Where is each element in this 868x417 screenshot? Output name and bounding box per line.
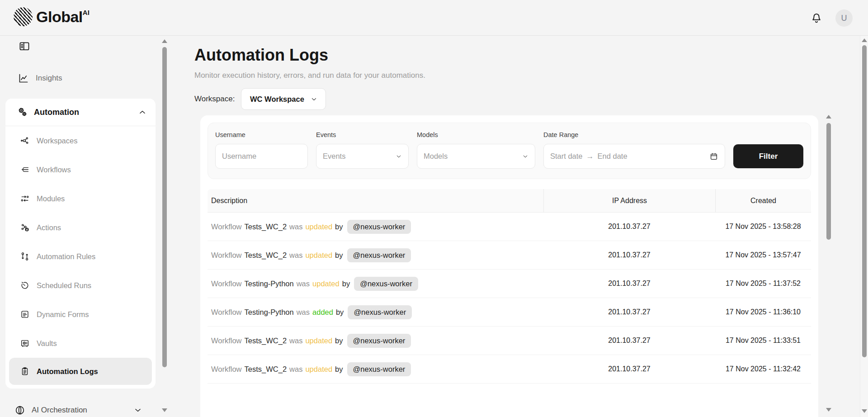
table-row: Workflow Testing-Python was added by @ne…: [208, 298, 811, 327]
sidebar-item-automation-rules[interactable]: Automation Rules: [5, 242, 156, 271]
sidebar-item-label: Scheduled Runs: [37, 281, 91, 290]
workflow-name: Tests_WC_2: [245, 336, 287, 345]
sidebar-item-automation-logs[interactable]: Automation Logs: [9, 358, 152, 385]
orchestration-icon: [14, 405, 25, 416]
main-content: Automation Logs Monitor execution histor…: [169, 36, 824, 417]
sidebar-item-label: Vaults: [37, 339, 57, 348]
content-scrollbar-thumb[interactable]: [826, 123, 831, 240]
column-header-created: Created: [715, 189, 811, 212]
chevron-up-icon[interactable]: [137, 107, 147, 117]
sidebar-item-vaults[interactable]: Vaults: [5, 329, 156, 358]
models-label: Models: [417, 131, 535, 138]
table-body: Workflow Tests_WC_2 was updated by @nexu…: [208, 213, 811, 384]
start-date-placeholder[interactable]: Start date: [550, 152, 583, 161]
window-scrollbar-thumb[interactable]: [862, 45, 867, 357]
description-prefix: Workflow: [211, 223, 242, 231]
sidebar-item-modules[interactable]: Modules: [5, 184, 156, 213]
content-scrollbar[interactable]: [825, 113, 833, 417]
description-verb: was: [289, 223, 302, 231]
sidebar-item-automation[interactable]: Automation: [5, 99, 156, 126]
sidebar-item-label: Modules: [37, 194, 65, 203]
scroll-up-arrow[interactable]: [826, 115, 831, 118]
events-select[interactable]: Events: [316, 144, 409, 169]
logs-card: Username Events Events Models Models: [200, 115, 818, 417]
events-filter: Events Events: [316, 131, 409, 169]
page-subtitle: Monitor execution history, errors, and r…: [194, 71, 425, 80]
actor-badge[interactable]: @nexus-worker: [347, 220, 411, 234]
sidebar-scrollbar[interactable]: [160, 36, 168, 417]
logs-table: Description IP Address Created Workflow …: [208, 189, 811, 384]
scroll-up-arrow[interactable]: [862, 38, 867, 42]
sidebar-item-label: Insights: [36, 74, 62, 83]
action-word: added: [312, 308, 333, 317]
description-prefix: Workflow: [211, 280, 242, 288]
log-description: Workflow Tests_WC_2 was updated by @nexu…: [208, 362, 543, 376]
sidebar-item-ai-orchestration[interactable]: AI Orchestration: [0, 398, 154, 417]
sidebar-item-insights[interactable]: Insights: [0, 66, 161, 91]
sidebar-item-dynamic-forms[interactable]: Dynamic Forms: [5, 300, 156, 329]
action-word: updated: [305, 223, 332, 231]
username-input[interactable]: [222, 152, 301, 161]
ip-address-cell: 201.10.37.27: [543, 336, 715, 345]
description-by: by: [336, 308, 344, 317]
actor-badge[interactable]: @nexus-worker: [348, 305, 412, 319]
brand-globe-icon: [14, 7, 33, 26]
sidebar-item-scheduled-runs[interactable]: Scheduled Runs: [5, 271, 156, 300]
description-by: by: [335, 365, 343, 374]
end-date-placeholder[interactable]: End date: [598, 152, 709, 161]
models-select[interactable]: Models: [417, 144, 535, 169]
sidebar-item-workspaces[interactable]: Workspaces: [5, 126, 156, 155]
sidebar-item-workflows[interactable]: Workflows: [5, 155, 156, 184]
description-verb: was: [289, 365, 302, 374]
user-avatar[interactable]: U: [835, 9, 853, 27]
form-icon: [20, 309, 30, 319]
scroll-down-arrow[interactable]: [162, 408, 167, 412]
actor-badge[interactable]: @nexus-worker: [347, 362, 411, 376]
table-row: Workflow Tests_WC_2 was updated by @nexu…: [208, 355, 811, 384]
vault-icon: [20, 338, 30, 348]
ip-address-cell: 201.10.37.27: [543, 308, 715, 316]
description-verb: was: [297, 280, 310, 288]
scroll-down-arrow[interactable]: [862, 409, 867, 413]
scroll-down-arrow[interactable]: [826, 408, 831, 412]
sidebar-item-actions[interactable]: Actions: [5, 213, 156, 242]
sidebar-scrollbar-thumb[interactable]: [162, 47, 167, 367]
bell-icon[interactable]: [810, 12, 823, 24]
workspace-label: Workspace:: [194, 95, 235, 104]
date-range-label: Date Range: [543, 131, 725, 138]
brand-name: GlobalAI: [36, 8, 90, 26]
top-header: GlobalAI U: [0, 0, 868, 36]
column-header-ip: IP Address: [543, 189, 715, 212]
log-description: Workflow Tests_WC_2 was updated by @nexu…: [208, 220, 543, 234]
description-verb: was: [289, 251, 302, 260]
sidebar-toggle-icon[interactable]: [19, 40, 30, 52]
actor-badge[interactable]: @nexus-worker: [354, 277, 418, 291]
action-word: updated: [305, 251, 332, 260]
workspace-select[interactable]: WC Workspace: [241, 88, 326, 110]
brand-logo[interactable]: GlobalAI: [14, 7, 90, 26]
actor-badge[interactable]: @nexus-worker: [347, 248, 411, 262]
filter-button[interactable]: Filter: [733, 144, 803, 168]
action-word: updated: [305, 365, 332, 374]
log-description: Workflow Tests_WC_2 was updated by @nexu…: [208, 248, 543, 262]
table-row: Workflow Tests_WC_2 was updated by @nexu…: [208, 327, 811, 355]
created-cell: 17 Nov 2025 - 11:32:42: [715, 365, 811, 373]
hub-icon: [20, 136, 30, 146]
window-scrollbar[interactable]: [860, 36, 868, 417]
workflow-name: Testing-Python: [245, 280, 294, 288]
description-verb: was: [289, 336, 302, 345]
events-label: Events: [316, 131, 409, 138]
chevron-down-icon: [311, 96, 317, 103]
sidebar: Insights Automation: [0, 36, 161, 417]
actor-badge[interactable]: @nexus-worker: [347, 334, 411, 348]
models-filter: Models Models: [417, 131, 535, 169]
log-description: Workflow Testing-Python was added by @ne…: [208, 305, 543, 319]
date-range-picker[interactable]: Start date → End date: [543, 144, 725, 169]
workspace-value: WC Workspace: [250, 95, 304, 104]
calendar-icon[interactable]: [709, 152, 718, 161]
ip-address-cell: 201.10.37.27: [543, 280, 715, 288]
page-title: Automation Logs: [194, 46, 328, 65]
chevron-down-icon[interactable]: [133, 405, 143, 415]
scroll-up-arrow[interactable]: [162, 39, 167, 43]
table-row: Workflow Tests_WC_2 was updated by @nexu…: [208, 213, 811, 241]
